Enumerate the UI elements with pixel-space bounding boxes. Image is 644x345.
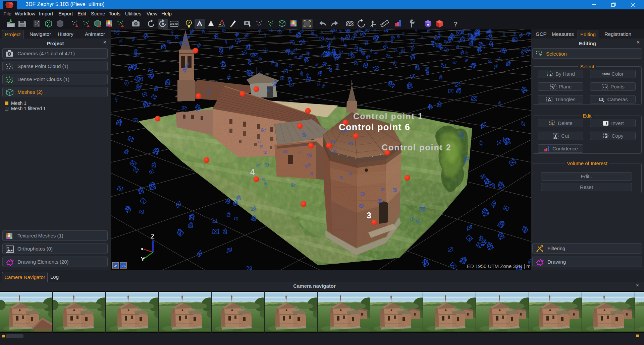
svg-text:Y: Y (141, 256, 145, 263)
svg-text:Z: Z (151, 233, 154, 240)
svg-text:3: 3 (367, 211, 371, 220)
svg-text:Control point 6: Control point 6 (339, 122, 410, 132)
svg-text:Control point 1: Control point 1 (353, 112, 423, 121)
svg-text:WASD: WASD (170, 23, 178, 26)
svg-text:ED 1950 UTM Zone 32N | m: ED 1950 UTM Zone 32N | m (467, 263, 531, 269)
svg-text:Control point 2: Control point 2 (382, 143, 451, 152)
svg-text:x: x (141, 246, 144, 251)
svg-text:RGB: RGB (603, 73, 609, 75)
svg-text:M: M (427, 23, 429, 27)
svg-text:4: 4 (250, 167, 255, 177)
svg-text:?: ? (453, 20, 458, 28)
